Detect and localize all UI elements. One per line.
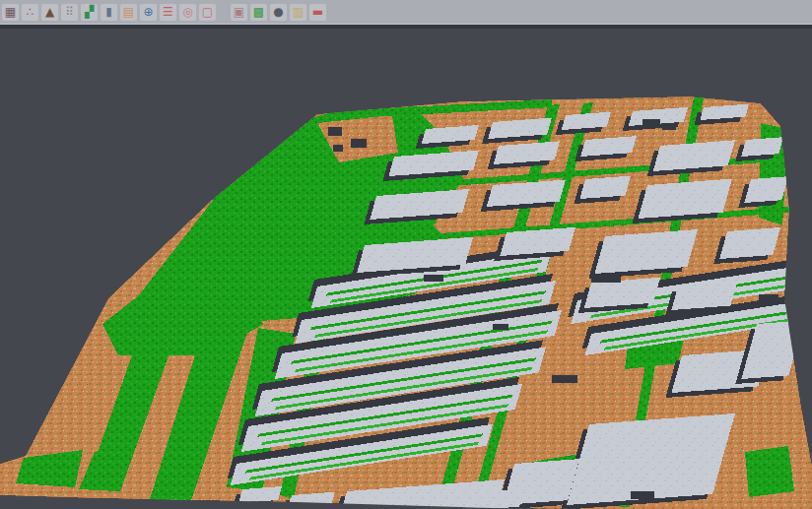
application-window: ▦∴▲⠿▞▮▤⊕☰◎▢▣▩●▥▬ <box>0 0 812 509</box>
shadow-mark <box>591 275 621 283</box>
crop-icon[interactable]: ▢ <box>199 4 216 21</box>
flag-icon-glyph: ▬ <box>312 4 323 21</box>
scatter-points-icon[interactable]: ⠿ <box>61 4 78 21</box>
measure-icon[interactable]: ▥ <box>290 4 306 21</box>
scatter-points-icon-glyph: ⠿ <box>65 4 74 21</box>
building-roof <box>719 227 780 259</box>
clip-box-icon-glyph: ▣ <box>234 4 244 21</box>
terrain-icon-glyph: ▞ <box>85 4 94 21</box>
shadow-mark <box>759 294 778 302</box>
small-structure <box>333 145 343 152</box>
building-roof <box>639 179 733 219</box>
dataset-icon-glyph: ▦ <box>5 4 16 21</box>
flag-icon[interactable]: ▬ <box>309 4 326 21</box>
colored-points-icon-glyph: ∴ <box>27 4 34 21</box>
building-roof <box>671 283 737 311</box>
globe-icon[interactable]: ⊕ <box>140 4 157 21</box>
list-icon-glyph: ☰ <box>163 4 173 21</box>
shadow-mark <box>631 491 654 499</box>
column-icon[interactable]: ▮ <box>101 4 117 21</box>
dataset-icon[interactable]: ▦ <box>2 4 19 21</box>
shadow-mark <box>662 123 676 130</box>
classification-icon[interactable]: ▩ <box>250 4 267 21</box>
terrain-icon[interactable]: ▞ <box>81 4 98 21</box>
shadow-mark <box>424 275 443 282</box>
mountain-icon[interactable]: ▲ <box>41 4 58 21</box>
sphere-icon-glyph: ● <box>273 4 283 21</box>
main-toolbar: ▦∴▲⠿▞▮▤⊕☰◎▢▣▩●▥▬ <box>0 0 812 25</box>
list-icon[interactable]: ☰ <box>160 4 176 21</box>
shadow-mark <box>643 119 660 127</box>
crop-icon-glyph: ▢ <box>202 4 213 21</box>
building-roof <box>579 176 631 199</box>
shadow-mark <box>552 375 577 383</box>
shadow-mark <box>493 324 508 330</box>
point-cloud-scene <box>0 29 812 509</box>
sphere-icon[interactable]: ● <box>270 4 287 21</box>
point-cloud <box>0 96 812 509</box>
clip-box-icon[interactable]: ▣ <box>231 4 247 21</box>
target-icon[interactable]: ◎ <box>179 4 196 21</box>
mountain-icon-glyph: ▲ <box>45 4 54 21</box>
building-roof <box>741 137 783 157</box>
ortho-image-icon[interactable]: ▤ <box>120 4 137 21</box>
column-icon-glyph: ▮ <box>105 4 112 21</box>
building-roof <box>594 229 698 274</box>
ortho-image-icon-glyph: ▤ <box>123 4 134 21</box>
globe-icon-glyph: ⊕ <box>143 4 153 21</box>
viewport-3d[interactable] <box>0 29 812 509</box>
measure-icon-glyph: ▥ <box>293 4 304 21</box>
small-structure <box>328 127 342 136</box>
building-roof <box>744 176 788 203</box>
target-icon-glyph: ◎ <box>182 4 192 21</box>
classification-icon-glyph: ▩ <box>253 4 264 21</box>
small-structure <box>351 139 367 148</box>
colored-points-icon[interactable]: ∴ <box>22 4 38 21</box>
vegetation-strip <box>745 446 794 497</box>
